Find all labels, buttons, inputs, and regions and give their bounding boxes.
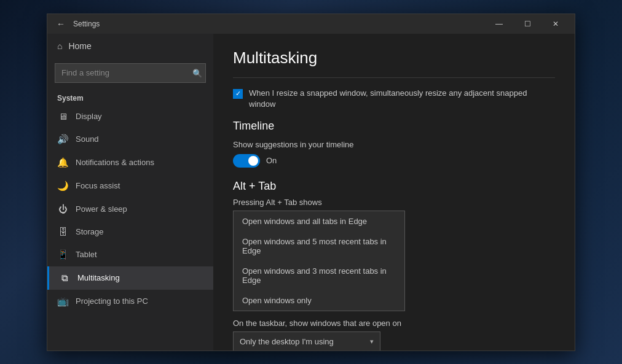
sidebar-item-tablet-label: Tablet: [76, 250, 97, 259]
sidebar-item-focus[interactable]: 🌙 Focus assist: [47, 174, 213, 198]
sidebar-section-system: System: [47, 88, 213, 105]
dropdown-item-5-tabs[interactable]: Open windows and 5 most recent tabs in E…: [234, 231, 404, 261]
chevron-down-icon: ▾: [370, 338, 374, 346]
sidebar-item-tablet[interactable]: 📱 Tablet: [47, 243, 213, 266]
home-label: Home: [68, 41, 91, 51]
sidebar-item-focus-label: Focus assist: [76, 181, 120, 190]
select-value: Only the desktop I'm using: [240, 337, 334, 346]
sidebar-item-display[interactable]: 🖥 Display: [47, 105, 213, 128]
dropdown-item-windows-only[interactable]: Open windows only: [234, 290, 404, 311]
sidebar-item-storage-label: Storage: [76, 227, 104, 236]
content-area: ⌂ Home 🔍 System 🖥 Display 🔊 Sound 🔔 Noti…: [47, 34, 575, 350]
taskbar-label: On the taskbar, show windows that are op…: [233, 319, 555, 328]
window-title: Settings: [73, 20, 485, 28]
alt-tab-title: Alt + Tab: [233, 180, 555, 193]
sidebar-item-display-label: Display: [76, 112, 102, 121]
search-icon: 🔍: [192, 68, 202, 77]
tablet-icon: 📱: [57, 249, 68, 260]
sidebar-item-multitasking[interactable]: ⧉ Multitasking: [47, 266, 213, 290]
maximize-button[interactable]: ☐: [513, 14, 541, 34]
back-button[interactable]: ←: [52, 15, 69, 33]
alt-tab-section: Alt + Tab Pressing Alt + Tab shows Open …: [233, 180, 555, 350]
sidebar-item-notifications-label: Notifications & actions: [76, 158, 154, 167]
multitasking-icon: ⧉: [59, 273, 70, 284]
dropdown-item-all-tabs[interactable]: Open windows and all tabs in Edge: [234, 211, 404, 231]
desktop-select[interactable]: Only the desktop I'm using ▾: [233, 331, 380, 350]
window-controls: — ☐ ✕: [485, 14, 570, 34]
timeline-toggle-row: On: [233, 154, 555, 168]
search-box: 🔍: [55, 63, 206, 83]
notifications-icon: 🔔: [57, 157, 68, 168]
sidebar-item-power[interactable]: ⏻ Power & sleep: [47, 198, 213, 220]
timeline-title: Timeline: [233, 120, 555, 133]
sidebar-item-sound[interactable]: 🔊 Sound: [47, 128, 213, 151]
timeline-section: Timeline Show suggestions in your timeli…: [233, 120, 555, 168]
sidebar: ⌂ Home 🔍 System 🖥 Display 🔊 Sound 🔔 Noti…: [47, 34, 213, 350]
check-icon: ✓: [235, 90, 241, 98]
sidebar-item-projecting[interactable]: 📺 Projecting to this PC: [47, 290, 213, 313]
minimize-button[interactable]: —: [485, 14, 513, 34]
sidebar-item-power-label: Power & sleep: [76, 204, 127, 214]
sidebar-item-notifications[interactable]: 🔔 Notifications & actions: [47, 151, 213, 174]
timeline-toggle-label: Show suggestions in your timeline: [233, 140, 555, 149]
page-title: Multitasking: [233, 48, 555, 68]
search-input[interactable]: [55, 63, 206, 83]
sidebar-item-multitasking-label: Multitasking: [77, 273, 120, 282]
sidebar-item-sound-label: Sound: [76, 134, 99, 144]
close-button[interactable]: ✕: [541, 14, 570, 34]
power-icon: ⏻: [57, 204, 68, 214]
sound-icon: 🔊: [57, 134, 68, 145]
dropdown-item-3-tabs[interactable]: Open windows and 3 most recent tabs in E…: [234, 261, 404, 290]
sidebar-item-home[interactable]: ⌂ Home: [47, 34, 213, 58]
settings-window: ← Settings — ☐ ✕ ⌂ Home 🔍 System 🖥 Displ…: [47, 14, 575, 351]
projecting-icon: 📺: [57, 296, 68, 307]
focus-icon: 🌙: [57, 180, 68, 192]
display-icon: 🖥: [57, 111, 68, 122]
storage-icon: 🗄: [57, 227, 68, 237]
toggle-knob: [248, 156, 258, 166]
snap-checkbox-label: When I resize a snapped window, simultan…: [249, 88, 555, 110]
sidebar-item-storage[interactable]: 🗄 Storage: [47, 220, 213, 243]
alt-tab-dropdown-menu: Open windows and all tabs in Edge Open w…: [233, 211, 405, 311]
divider-1: [233, 77, 555, 78]
dropdown-label: Pressing Alt + Tab shows: [233, 198, 555, 207]
snap-checkbox[interactable]: ✓: [233, 89, 243, 99]
snap-checkbox-row: ✓ When I resize a snapped window, simult…: [233, 88, 555, 110]
main-content: Multitasking ✓ When I resize a snapped w…: [213, 34, 575, 350]
sidebar-item-projecting-label: Projecting to this PC: [76, 296, 148, 306]
home-icon: ⌂: [57, 41, 62, 51]
timeline-toggle-state: On: [266, 156, 277, 165]
titlebar: ← Settings — ☐ ✕: [47, 14, 575, 34]
timeline-toggle[interactable]: [233, 154, 260, 168]
